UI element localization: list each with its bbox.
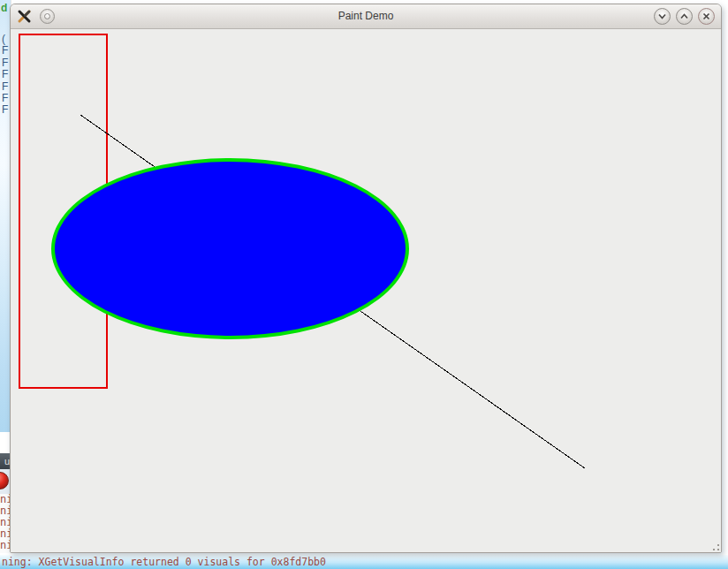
titlebar-buttons xyxy=(654,8,715,25)
terminal-warning-line[interactable]: ning: XGetVisualInfo returned 0 visuals … xyxy=(0,555,728,569)
editor-sliver-char: d xyxy=(1,2,7,14)
close-x-icon xyxy=(701,11,711,21)
maximize-button[interactable] xyxy=(676,8,693,25)
red-sphere-icon xyxy=(0,472,9,489)
chevron-up-icon xyxy=(679,11,689,21)
window-title: Paint Demo xyxy=(11,4,721,28)
shade-button[interactable] xyxy=(654,8,671,25)
paint-canvas[interactable] xyxy=(11,29,721,552)
titlebar[interactable]: Paint Demo xyxy=(11,4,721,29)
paint-demo-window: Paint Demo xyxy=(10,4,722,553)
chevron-down-icon xyxy=(657,11,667,21)
close-button[interactable] xyxy=(698,8,715,25)
resize-grip[interactable] xyxy=(712,543,719,550)
drawn-ellipse xyxy=(51,158,409,339)
